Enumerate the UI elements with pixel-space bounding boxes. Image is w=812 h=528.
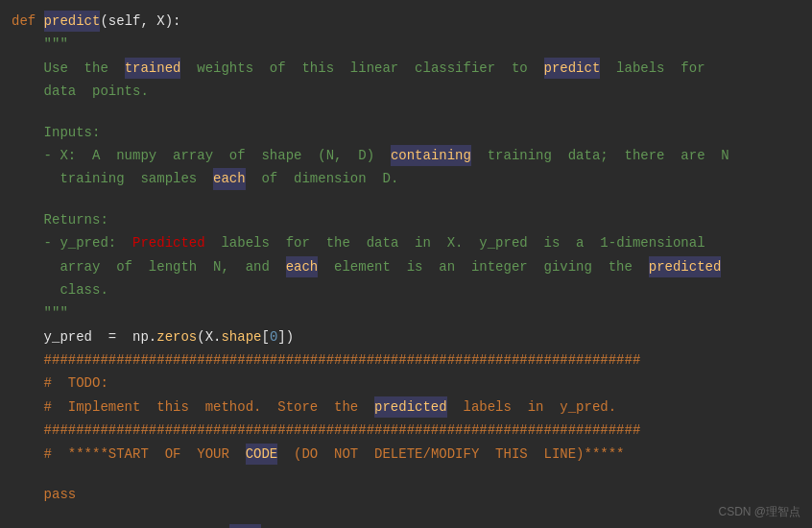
code-line-implement: # Implement this method. Store the predi… <box>0 396 812 419</box>
code-line-ypred2: array of length N, and each element is a… <box>0 255 812 278</box>
code-line-3: Use the trained weights of this linear c… <box>0 57 812 80</box>
code-line-4: data points. <box>0 80 812 103</box>
code-line-todo: # TODO: <box>0 372 812 395</box>
code-line-end: # *****END OF YOUR CODE (DO NOT DELETE/M… <box>0 523 812 528</box>
code-line-x2: training samples each of dimension D. <box>0 167 812 190</box>
code-line-ypred3: class. <box>0 278 812 301</box>
code-line-inputs: Inputs: <box>0 121 812 144</box>
code-line-x1: - X: A numpy array of shape (N, D) conta… <box>0 144 812 167</box>
code-line-docend: """ <box>0 301 812 324</box>
code-line-blank2 <box>0 191 812 208</box>
code-line-hash1: ########################################… <box>0 348 812 372</box>
code-line-ypred1: - y_pred: Predicted labels for the data … <box>0 231 812 254</box>
code-line-blank4 <box>0 506 812 523</box>
code-editor: def predict(self, X): """ Use the traine… <box>0 0 812 528</box>
watermark: CSDN @理智点 <box>718 504 800 520</box>
code-line-start: # *****START OF YOUR CODE (DO NOT DELETE… <box>0 443 812 466</box>
code-line-pass: pass <box>0 483 812 506</box>
function-name: predict <box>44 11 101 32</box>
code-line-blank3 <box>0 466 812 483</box>
code-line-assign: y_pred = np.zeros(X.shape[0]) <box>0 325 812 348</box>
code-line-2: """ <box>0 33 812 56</box>
code-line-returns: Returns: <box>0 208 812 231</box>
code-line-1: def predict(self, X): <box>0 10 812 33</box>
code-line-blank1 <box>0 104 812 121</box>
code-line-hash2: ########################################… <box>0 419 812 442</box>
keyword-def: def <box>12 11 44 32</box>
